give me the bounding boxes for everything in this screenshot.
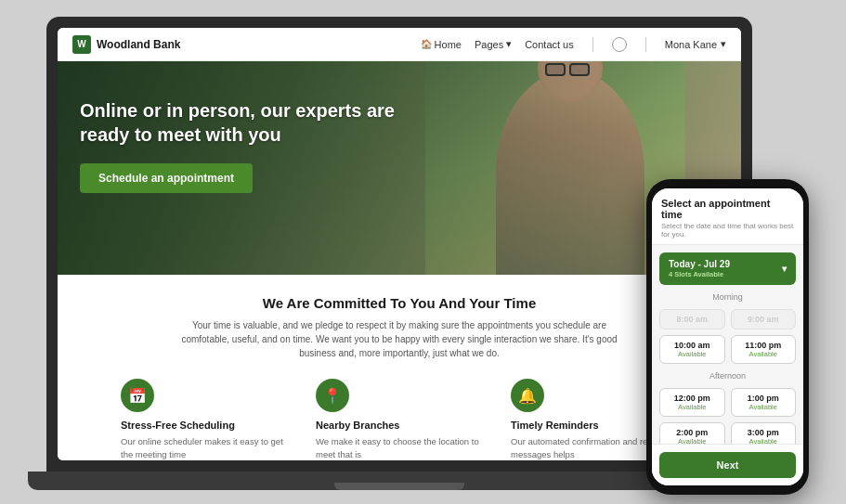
date-label: Today - Jul 29 bbox=[669, 259, 730, 269]
slot-status: Available bbox=[664, 350, 721, 358]
search-circle bbox=[612, 37, 627, 52]
user-chevron-icon: ▾ bbox=[721, 38, 726, 50]
section-title: We Are Committed To You And Your Time bbox=[85, 295, 713, 311]
scheduling-icon: 📅 bbox=[121, 379, 154, 412]
phone-body: Today - Jul 29 4 Slots Available ▾ Morni… bbox=[652, 245, 803, 444]
afternoon-label: Afternoon bbox=[659, 371, 796, 381]
nav-divider-2 bbox=[645, 37, 646, 52]
phone-subtitle: Select the date and time that works best… bbox=[661, 222, 794, 239]
time-slot-12pm[interactable]: 12:00 pm Available bbox=[659, 388, 725, 417]
slot-status: Available bbox=[735, 403, 792, 411]
slot-time: 10:00 am bbox=[664, 341, 721, 350]
nav-bar: W Woodland Bank 🏠 Home Pages ▾ Contact u… bbox=[58, 28, 741, 61]
slot-status: Available bbox=[664, 403, 721, 411]
slot-time: 11:00 pm bbox=[735, 341, 792, 350]
schedule-appointment-button[interactable]: Schedule an appointment bbox=[80, 163, 253, 193]
nav-contact[interactable]: Contact us bbox=[525, 39, 574, 50]
slot-time: 12:00 pm bbox=[664, 394, 721, 403]
scene: W Woodland Bank 🏠 Home Pages ▾ Contact u… bbox=[0, 0, 846, 504]
date-chevron-icon: ▾ bbox=[782, 264, 787, 274]
phone-screen: Select an appointment time Select the da… bbox=[652, 188, 803, 485]
nav-home[interactable]: 🏠 Home bbox=[421, 39, 462, 50]
content-section: We Are Committed To You And Your Time Yo… bbox=[58, 275, 741, 460]
laptop-screen: W Woodland Bank 🏠 Home Pages ▾ Contact u… bbox=[58, 28, 741, 460]
phone: Select an appointment time Select the da… bbox=[646, 179, 809, 495]
time-slot-3pm[interactable]: 3:00 pm Available bbox=[731, 422, 797, 444]
chevron-icon: ▾ bbox=[506, 38, 512, 50]
morning-label: Morning bbox=[659, 292, 796, 302]
nav-search-icon[interactable] bbox=[612, 37, 627, 52]
nav-user[interactable]: Mona Kane ▾ bbox=[665, 38, 726, 50]
feature-branches-text: We make it easy to choose the location t… bbox=[316, 435, 483, 460]
morning-slots-row-1: 8:00 am 9:00 am bbox=[659, 309, 796, 330]
time-slot-2pm[interactable]: 2:00 pm Available bbox=[659, 422, 725, 444]
branches-icon: 📍 bbox=[316, 379, 349, 412]
date-info: Today - Jul 29 4 Slots Available bbox=[669, 259, 730, 278]
nav-pages[interactable]: Pages ▾ bbox=[475, 38, 512, 50]
hero-content: Online or in person, our experts are rea… bbox=[80, 98, 396, 193]
section-text: Your time is valuable, and we pledge to … bbox=[176, 318, 622, 360]
reminders-icon: 🔔 bbox=[511, 379, 544, 412]
time-slot-11am[interactable]: 11:00 pm Available bbox=[731, 335, 797, 364]
date-badge: 4 Slots Available bbox=[669, 270, 730, 278]
slot-time: 2:00 pm bbox=[664, 428, 721, 437]
feature-branches-title: Nearby Branches bbox=[316, 420, 483, 431]
time-slot-9am[interactable]: 9:00 am bbox=[731, 309, 797, 330]
next-button[interactable]: Next bbox=[659, 452, 796, 478]
afternoon-slots-row-2: 2:00 pm Available 3:00 pm Available bbox=[659, 422, 796, 444]
time-slot-8am[interactable]: 8:00 am bbox=[659, 309, 725, 330]
hero-title: Online or in person, our experts are rea… bbox=[80, 98, 396, 147]
feature-branches: 📍 Nearby Branches We make it easy to cho… bbox=[316, 379, 483, 460]
features-list: 📅 Stress-Free Scheduling Our online sche… bbox=[85, 379, 713, 460]
home-icon: 🏠 bbox=[421, 39, 432, 49]
logo-icon: W bbox=[72, 35, 91, 54]
slot-status: Available bbox=[735, 350, 792, 358]
phone-title: Select an appointment time bbox=[661, 198, 794, 220]
nav-brand-name: Woodland Bank bbox=[97, 38, 180, 51]
time-slot-10am[interactable]: 10:00 am Available bbox=[659, 335, 725, 364]
phone-header: Select an appointment time Select the da… bbox=[652, 188, 803, 245]
slot-time: 9:00 am bbox=[735, 315, 792, 324]
nav-links: 🏠 Home Pages ▾ Contact us bbox=[421, 37, 726, 52]
nav-divider bbox=[592, 37, 593, 52]
feature-scheduling: 📅 Stress-Free Scheduling Our online sche… bbox=[121, 379, 288, 460]
slot-time: 8:00 am bbox=[664, 315, 721, 324]
slot-time: 3:00 pm bbox=[735, 428, 792, 437]
date-selector[interactable]: Today - Jul 29 4 Slots Available ▾ bbox=[659, 252, 796, 285]
hero-section: Online or in person, our experts are rea… bbox=[58, 61, 741, 275]
feature-scheduling-title: Stress-Free Scheduling bbox=[121, 420, 288, 431]
afternoon-slots-row-1: 12:00 pm Available 1:00 pm Available bbox=[659, 388, 796, 417]
feature-scheduling-text: Our online scheduler makes it easy to ge… bbox=[121, 435, 288, 460]
slot-time: 1:00 pm bbox=[735, 394, 792, 403]
phone-footer: Next bbox=[652, 444, 803, 485]
time-slot-1pm[interactable]: 1:00 pm Available bbox=[731, 388, 797, 417]
slot-status: Available bbox=[664, 437, 721, 444]
morning-slots-row-2: 10:00 am Available 11:00 pm Available bbox=[659, 335, 796, 364]
nav-logo: W Woodland Bank bbox=[72, 35, 180, 54]
slot-status: Available bbox=[735, 437, 792, 444]
